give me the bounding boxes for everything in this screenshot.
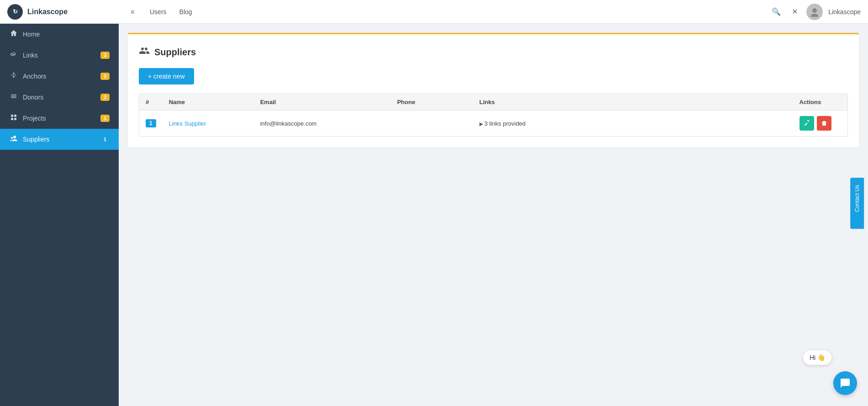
- card-title: Suppliers: [139, 45, 848, 59]
- suppliers-icon: [9, 135, 18, 144]
- row-phone: [391, 111, 473, 137]
- avatar: [806, 4, 823, 20]
- close-icon[interactable]: ✕: [788, 5, 801, 18]
- sidebar-item-home[interactable]: Home: [0, 24, 119, 45]
- links-icon: [9, 51, 18, 60]
- sidebar-item-links[interactable]: Links 3: [0, 45, 119, 66]
- svg-rect-5: [11, 96, 16, 96]
- donors-badge: 3: [100, 94, 110, 101]
- anchors-icon: [9, 72, 18, 81]
- table-row: 1 Links Supplier info@linkascope.com 3 l…: [139, 111, 848, 137]
- create-new-button[interactable]: + create new: [139, 68, 194, 84]
- col-name: Name: [163, 94, 254, 111]
- topbar-nav: ≡ Users Blog: [126, 5, 770, 18]
- sidebar-item-anchors-label: Anchors: [23, 73, 96, 80]
- chat-greeting-text: Hi 👋: [810, 354, 825, 361]
- row-name: Links Supplier: [163, 111, 254, 137]
- svg-point-2: [13, 73, 15, 74]
- row-actions: [793, 111, 848, 137]
- sidebar-item-projects-label: Projects: [23, 115, 96, 122]
- sidebar-item-suppliers[interactable]: Suppliers 1: [0, 129, 119, 150]
- svg-rect-7: [11, 115, 13, 117]
- svg-line-11: [823, 122, 823, 126]
- row-num: 1: [139, 111, 163, 137]
- svg-rect-8: [14, 115, 16, 117]
- projects-badge: 1: [100, 115, 110, 122]
- sidebar-item-anchors[interactable]: Anchors 3: [0, 66, 119, 87]
- sidebar-item-donors[interactable]: Donors 3: [0, 87, 119, 108]
- topbar-right: 🔍 ✕ Linkascope: [770, 4, 861, 20]
- nav-blog[interactable]: Blog: [174, 5, 198, 18]
- topbar: ↻ Linkascope ≡ Users Blog 🔍 ✕ Linkascope: [0, 0, 868, 24]
- delete-button[interactable]: [817, 116, 831, 131]
- page-title: Suppliers: [154, 47, 196, 58]
- anchors-badge: 3: [100, 73, 110, 80]
- user-name[interactable]: Linkascope: [828, 8, 861, 16]
- nav-users[interactable]: Users: [144, 5, 172, 18]
- suppliers-title-icon: [139, 45, 150, 59]
- home-icon: [9, 30, 18, 39]
- col-phone: Phone: [391, 94, 473, 111]
- sidebar-item-links-label: Links: [23, 52, 96, 59]
- app-name: Linkascope: [27, 8, 68, 16]
- sidebar-item-donors-label: Donors: [23, 94, 96, 101]
- suppliers-table: # Name Email Phone Links Actions 1 Links…: [139, 94, 848, 137]
- row-email: info@linkascope.com: [254, 111, 391, 137]
- col-hash: #: [139, 94, 163, 111]
- svg-point-1: [811, 14, 818, 17]
- content-area: Suppliers + create new # Name Email Phon…: [119, 24, 868, 406]
- app-logo: ↻: [7, 4, 23, 20]
- svg-rect-10: [14, 118, 16, 120]
- svg-rect-4: [11, 95, 16, 95]
- chat-button[interactable]: [833, 371, 857, 395]
- sidebar-item-projects[interactable]: Projects 1: [0, 108, 119, 129]
- hamburger-icon[interactable]: ≡: [126, 5, 139, 18]
- sidebar-item-suppliers-label: Suppliers: [23, 136, 96, 143]
- main-layout: Home Links 3 Anchors 3 Donors 3: [0, 24, 868, 406]
- svg-rect-9: [11, 118, 13, 120]
- edit-button[interactable]: [800, 116, 814, 131]
- contact-tab-icon: 🌐: [854, 215, 860, 221]
- supplier-link[interactable]: Links Supplier: [169, 120, 206, 127]
- sidebar-item-home-label: Home: [23, 31, 110, 38]
- row-links: 3 links provided: [473, 111, 793, 137]
- col-actions: Actions: [793, 94, 848, 111]
- contact-us-tab[interactable]: 🌐 Contact Us: [850, 177, 864, 228]
- sidebar: Home Links 3 Anchors 3 Donors 3: [0, 24, 119, 406]
- search-icon[interactable]: 🔍: [770, 5, 783, 18]
- projects-icon: [9, 114, 18, 123]
- col-email: Email: [254, 94, 391, 111]
- suppliers-badge: 1: [100, 136, 110, 143]
- col-links: Links: [473, 94, 793, 111]
- contact-tab-label: Contact Us: [854, 185, 860, 211]
- topbar-brand: ↻ Linkascope: [7, 4, 126, 20]
- suppliers-card: Suppliers + create new # Name Email Phon…: [128, 33, 859, 148]
- chat-greeting: Hi 👋: [803, 350, 831, 365]
- svg-rect-6: [11, 97, 16, 98]
- donors-icon: [9, 93, 18, 102]
- svg-point-0: [812, 8, 817, 13]
- links-badge: 3: [100, 52, 110, 59]
